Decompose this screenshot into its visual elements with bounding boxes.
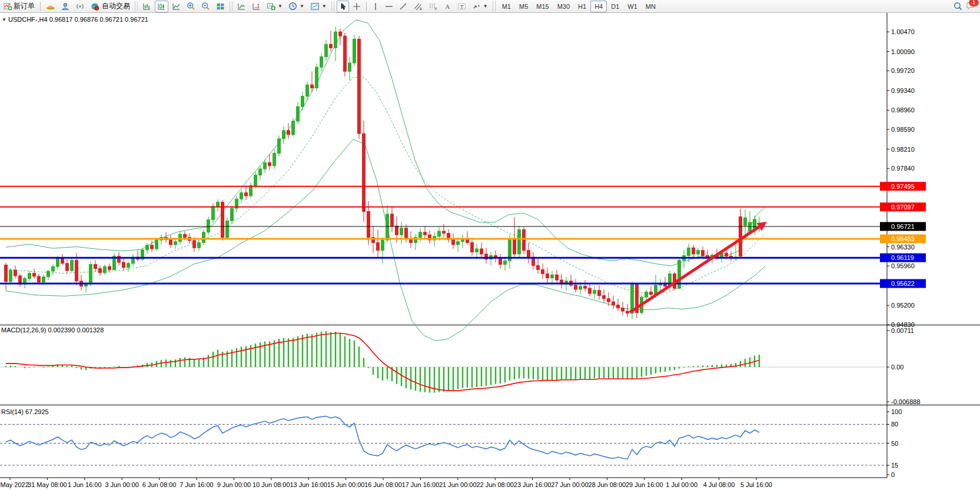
timeframe-m15[interactable]: M15 [532, 1, 553, 12]
candle [438, 231, 441, 236]
time-tick-label: 27 Jun 00:00 [551, 481, 589, 488]
price-tick-label: 1.00470 [891, 28, 915, 35]
candle [348, 63, 351, 71]
macd-tick-label: -0.006888 [891, 398, 921, 405]
price-badge-label: 0.97495 [891, 183, 915, 190]
candle [325, 44, 328, 56]
tile-windows-button[interactable] [214, 1, 227, 12]
divider [366, 2, 367, 11]
time-tick-label: 5 Jul 16:00 [740, 481, 772, 488]
text-tool[interactable]: A [441, 1, 454, 12]
candle [518, 229, 521, 254]
candle [5, 265, 8, 281]
cursor-icon [339, 2, 347, 11]
line-chart-button[interactable] [170, 1, 183, 12]
rsi-indicator-label: RSI(14) 67.2925 [1, 408, 49, 415]
macd-tick-label: 0.00 [891, 364, 903, 371]
candle [381, 240, 384, 251]
period-button[interactable]: ▼ [286, 1, 307, 12]
timeframe-m30[interactable]: M30 [553, 1, 574, 12]
cursor-tool-button[interactable] [337, 1, 349, 12]
zoom-in-icon [187, 2, 195, 11]
time-tick-label: 15 Jun 00:00 [327, 481, 365, 488]
toolbar-grip [135, 2, 138, 11]
arrows-tool[interactable]: ▼ [470, 1, 490, 12]
notifications-button[interactable]: 1 [966, 1, 975, 11]
candle [287, 131, 290, 135]
search-icon[interactable] [954, 2, 962, 11]
symbol-dropdown-icon[interactable]: ▼ [2, 17, 6, 22]
crosshair-tool-button[interactable] [350, 1, 363, 12]
trendline-tool[interactable] [397, 1, 410, 12]
candle [537, 265, 540, 269]
candle [292, 121, 295, 135]
candle [57, 258, 59, 266]
candle [66, 264, 69, 271]
zoom-out-button[interactable] [199, 1, 212, 12]
candle [259, 169, 262, 175]
community-button[interactable] [59, 1, 72, 12]
notification-badge: 1 [969, 0, 979, 6]
hat-tool-button[interactable] [44, 1, 58, 12]
text-label-tool[interactable]: T [455, 1, 469, 12]
rsi-tick-label: 100 [891, 408, 902, 415]
candle [151, 245, 154, 249]
crosshair-icon [353, 2, 361, 11]
candle [268, 163, 271, 166]
timeframe-mn[interactable]: MN [642, 1, 660, 12]
fibonacci-tool[interactable]: F [426, 1, 440, 12]
timeframe-m5[interactable]: M5 [515, 1, 532, 12]
timeframe-w1[interactable]: W1 [623, 1, 642, 12]
candle [377, 242, 380, 250]
timeframe-m1[interactable]: M1 [498, 1, 515, 12]
candle [264, 163, 267, 169]
new-order-icon [4, 2, 12, 11]
candle [330, 44, 333, 48]
data-window-button[interactable] [235, 1, 248, 12]
candle [551, 275, 554, 278]
timeframe-h1[interactable]: H1 [574, 1, 590, 12]
indicator-window-button[interactable] [250, 1, 263, 12]
template-button[interactable]: ▼ [308, 1, 329, 12]
vertical-line-tool[interactable] [370, 1, 381, 12]
candle [702, 251, 705, 256]
candle [254, 175, 257, 186]
price-tick-label: 0.98590 [891, 126, 915, 133]
auto-trading-button[interactable]: 自动交易 [88, 1, 132, 12]
candle [457, 242, 460, 245]
candle [85, 284, 88, 286]
candle [645, 292, 648, 297]
auto-trading-label: 自动交易 [102, 1, 130, 11]
price-badge-label: 0.96721 [891, 223, 915, 230]
arrows-icon [472, 2, 481, 11]
time-tick-label: 4 Jul 08:00 [703, 481, 735, 488]
candle [240, 193, 243, 199]
chevron-down-icon: ▼ [278, 4, 283, 9]
candle [542, 269, 544, 274]
time-tick-label: 21 Jun 00:00 [439, 481, 477, 488]
chart-canvas[interactable]: 1.004701.000900.997200.993400.989600.985… [0, 13, 980, 490]
new-order-button[interactable]: 新订单 [1, 1, 37, 12]
horizontal-line-tool[interactable] [383, 1, 396, 12]
candle [697, 251, 700, 254]
candlestick-chart-button[interactable] [155, 1, 168, 12]
clock-icon [288, 2, 297, 11]
candle [184, 234, 187, 237]
candle [476, 249, 479, 252]
candle [725, 253, 728, 256]
timeframe-d1[interactable]: D1 [607, 1, 623, 12]
timeframe-h4[interactable]: H4 [590, 1, 607, 12]
candle [739, 216, 742, 256]
signals-button[interactable] [74, 1, 87, 12]
candle [207, 220, 210, 232]
add-indicator-button[interactable]: ▼ [264, 1, 285, 12]
candle [42, 277, 45, 282]
candle [419, 232, 422, 238]
equidistant-channel-tool[interactable]: E [411, 1, 425, 12]
hat-icon [46, 2, 55, 11]
zoom-in-button[interactable] [184, 1, 198, 12]
divider [40, 2, 41, 11]
bar-chart-button[interactable] [140, 1, 154, 12]
candle [344, 36, 347, 71]
candle [71, 260, 74, 271]
